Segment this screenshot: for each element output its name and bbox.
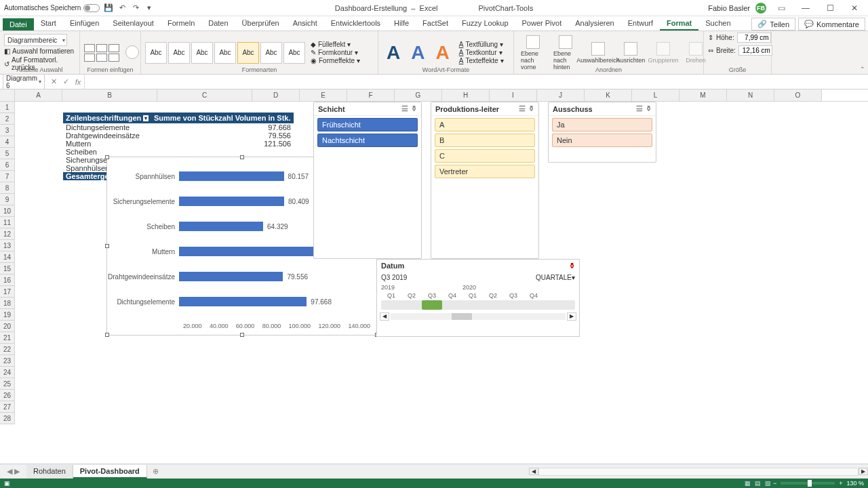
row-header[interactable]: 26	[0, 390, 15, 401]
tab-file[interactable]: Datei	[3, 18, 34, 30]
minimize-icon[interactable]: —	[796, 1, 815, 15]
row-header[interactable]: 24	[0, 367, 15, 378]
row-header[interactable]: 2	[0, 113, 15, 125]
row-header[interactable]: 27	[0, 401, 15, 413]
timeline-datum[interactable]: Datum⚱ Q3 2019QUARTALE ▾ 20192020 Q1Q2Q3…	[376, 259, 580, 337]
column-header[interactable]: N	[727, 89, 774, 101]
slicer-schicht[interactable]: Schicht☰⚱ FrühschichtNachtschicht	[313, 102, 422, 259]
sheet-nav-icon[interactable]: ◀ ▶	[0, 467, 26, 476]
formula-input[interactable]	[84, 75, 868, 89]
close-icon[interactable]: ✕	[845, 1, 864, 15]
row-header[interactable]: 23	[0, 355, 15, 367]
row-header[interactable]: 21	[0, 332, 15, 344]
shape-effects-button[interactable]: ◉ Formeffekte ▾	[311, 57, 360, 64]
redo-icon[interactable]: ↷	[131, 3, 140, 13]
row-header[interactable]: 5	[0, 148, 15, 159]
filter-icon[interactable]: ▾	[143, 115, 149, 121]
slicer-item[interactable]: Nein	[552, 134, 652, 147]
row-header[interactable]: 13	[0, 240, 15, 251]
record-macro-icon[interactable]: ▣	[4, 480, 10, 487]
comments-button[interactable]: 💬 Kommentare	[798, 18, 865, 30]
add-sheet-icon[interactable]: ⊕	[147, 467, 164, 476]
pivot-row[interactable]: Muttern121.506	[63, 140, 294, 148]
tab-einfügen[interactable]: Einfügen	[63, 17, 106, 30]
fx-icon[interactable]: fx	[72, 78, 84, 86]
wordart-style[interactable]: A	[431, 42, 453, 64]
zoom-level[interactable]: 130 %	[846, 480, 864, 487]
clear-timeline-icon[interactable]: ⚱	[569, 262, 575, 270]
clear-filter-icon[interactable]: ⚱	[411, 104, 417, 113]
column-header[interactable]: K	[585, 89, 632, 101]
horizontal-scrollbar[interactable]: ◀▶	[529, 467, 868, 476]
row-header[interactable]: 12	[0, 228, 15, 240]
row-header[interactable]: 4	[0, 136, 15, 148]
column-header[interactable]: E	[300, 89, 347, 101]
multiselect-icon[interactable]: ☰	[636, 104, 643, 113]
autosave-toggle[interactable]: Automatisches Speichern	[4, 4, 100, 12]
text-outline-button[interactable]: A Textkontur ▾	[459, 49, 504, 56]
avatar[interactable]: FB	[755, 3, 766, 14]
sheet-tab[interactable]: Rohdaten	[26, 465, 73, 479]
chart-bar[interactable]: Drahtgewindeeinsätze79.556	[107, 270, 377, 283]
row-header[interactable]: 6	[0, 159, 15, 171]
slicer-ausschuss[interactable]: Ausschuss☰⚱ JaNein	[548, 102, 656, 163]
cancel-icon[interactable]: ✕	[47, 77, 60, 86]
sheet-tab[interactable]: Pivot-Dashboard	[73, 465, 147, 479]
column-header[interactable]: L	[632, 89, 679, 101]
row-header[interactable]: 22	[0, 344, 15, 355]
zoom-slider[interactable]	[781, 482, 835, 485]
height-input[interactable]	[737, 33, 771, 43]
slicer-item[interactable]: A	[435, 118, 535, 131]
row-header[interactable]: 28	[0, 413, 15, 424]
change-shape-button[interactable]	[122, 44, 142, 62]
pivot-row[interactable]: Dichtungselemente97.668	[63, 123, 294, 131]
selection-pane-button[interactable]: Auswahlbereich	[583, 41, 613, 65]
tab-formeln[interactable]: Formeln	[161, 17, 201, 30]
row-header[interactable]: 8	[0, 182, 15, 194]
slicer-item[interactable]: Nachtschicht	[317, 134, 418, 147]
row-header[interactable]: 15	[0, 263, 15, 274]
row-header[interactable]: 16	[0, 274, 15, 286]
shape-fill-button[interactable]: ◆ Fülleffekt ▾	[311, 41, 360, 48]
row-header[interactable]: 18	[0, 298, 15, 309]
spreadsheet-grid[interactable]: ABCDEFGHIJKLMNO 123456789101112131415161…	[0, 89, 868, 464]
row-header[interactable]: 20	[0, 321, 15, 332]
row-header[interactable]: 9	[0, 194, 15, 205]
slicer-item[interactable]: C	[435, 149, 535, 163]
ribbon-options-icon[interactable]: ▭	[772, 1, 791, 15]
group-button[interactable]: Gruppieren	[648, 41, 678, 65]
select-all-corner[interactable]	[0, 89, 15, 101]
slicer-item[interactable]: Ja	[552, 118, 652, 131]
tab-analysieren[interactable]: Analysieren	[568, 17, 620, 30]
chart-element-dropdown[interactable]: Diagrammbereic	[4, 34, 67, 46]
collapse-ribbon-icon[interactable]: ⌃	[860, 66, 865, 73]
tab-factset[interactable]: FactSet	[416, 17, 455, 30]
column-header[interactable]: G	[395, 89, 442, 101]
column-header[interactable]: J	[537, 89, 585, 101]
tab-format[interactable]: Format	[660, 17, 698, 30]
tab-daten[interactable]: Daten	[201, 17, 235, 30]
undo-icon[interactable]: ↶	[117, 3, 127, 13]
column-header[interactable]: M	[679, 89, 727, 101]
tab-start[interactable]: Start	[34, 17, 63, 30]
zoom-out-icon[interactable]: −	[773, 480, 776, 487]
granularity-dropdown-icon[interactable]: ▾	[572, 274, 575, 281]
row-header[interactable]: 3	[0, 125, 15, 136]
column-header[interactable]: F	[347, 89, 395, 101]
scroll-left-icon[interactable]: ◀	[380, 312, 389, 321]
column-header[interactable]: B	[62, 89, 157, 101]
clear-filter-icon[interactable]: ⚱	[528, 104, 534, 113]
slicer-item[interactable]: Frühschicht	[317, 118, 418, 131]
text-fill-button[interactable]: A Textfüllung ▾	[459, 41, 504, 48]
row-header[interactable]: 1	[0, 102, 15, 113]
scroll-right-icon[interactable]: ▶	[567, 312, 576, 321]
shape-style-gallery[interactable]: AbcAbcAbc AbcAbcAbc Abc	[145, 42, 305, 64]
column-header[interactable]: H	[442, 89, 490, 101]
zoom-in-icon[interactable]: +	[839, 480, 842, 487]
shape-outline-button[interactable]: ✎ Formkontur ▾	[311, 49, 360, 56]
align-button[interactable]: Ausrichten	[616, 41, 646, 65]
row-header[interactable]: 7	[0, 171, 15, 182]
row-header[interactable]: 19	[0, 309, 15, 321]
tab-suchen[interactable]: Suchen	[698, 17, 737, 30]
tab-power pivot[interactable]: Power Pivot	[515, 17, 569, 30]
